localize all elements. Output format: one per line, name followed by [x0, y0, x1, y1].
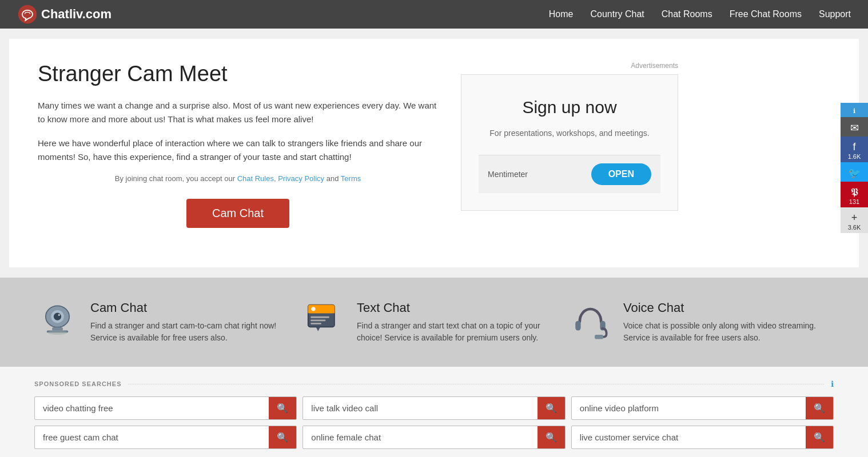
search-item-2: 🔍 [571, 396, 834, 420]
search-input-2[interactable] [572, 398, 806, 419]
social-twitter-btn[interactable]: 🐦 [841, 162, 868, 182]
headset-icon [567, 300, 613, 343]
feature-cam-chat-text: Cam Chat Find a stranger and start cam-t… [90, 300, 284, 344]
search-input-3[interactable] [35, 427, 269, 448]
main-section: Stranger Cam Meet Many times we want a c… [9, 39, 859, 267]
svg-rect-12 [310, 316, 329, 318]
sponsored-info-icon[interactable]: ℹ [831, 379, 834, 388]
search-btn-0[interactable]: 🔍 [269, 397, 296, 419]
ad-label: Advertisements [461, 62, 678, 70]
hero-para1: Many times we want a change and a surpri… [38, 99, 438, 126]
feature-text-chat: Text Chat Find a stranger and start text… [301, 295, 567, 350]
sponsored-label: SPONSORED SEARCHES [34, 380, 121, 387]
search-item-1: 🔍 [302, 396, 565, 420]
search-btn-4[interactable]: 🔍 [537, 426, 565, 448]
chat-rules-link[interactable]: Chat Rules [237, 174, 274, 183]
hero-content: Stranger Cam Meet Many times we want a c… [38, 62, 438, 239]
search-input-4[interactable] [303, 427, 537, 448]
svg-rect-18 [595, 335, 603, 339]
sponsored-section: SPONSORED SEARCHES ℹ 🔍 🔍 🔍 🔍 🔍 🔍 [0, 367, 868, 457]
terms-link[interactable]: Terms [341, 174, 361, 183]
main-nav: Home Country Chat Chat Rooms Free Chat R… [549, 9, 851, 19]
plus-count: 3.6K [848, 224, 861, 231]
nav-home[interactable]: Home [549, 9, 574, 19]
social-info-btn[interactable]: ℹ [841, 103, 868, 117]
feature-text-chat-text: Text Chat Find a stranger and start text… [357, 300, 550, 344]
svg-rect-10 [308, 311, 334, 314]
features-section: Cam Chat Find a stranger and start cam-t… [0, 278, 868, 367]
search-item-3: 🔍 [34, 426, 297, 449]
pinterest-icon: 𝕻 [841, 186, 868, 198]
svg-point-4 [58, 314, 60, 316]
svg-point-3 [53, 313, 61, 320]
social-email-btn[interactable]: ✉ [841, 117, 868, 137]
email-icon: ✉ [841, 122, 868, 134]
social-sidebar: ℹ ✉ f 1.6K 🐦 𝕻 131 + 3.6K [841, 103, 868, 233]
ad-signup-title: Sign up now [479, 98, 660, 117]
search-item-5: 🔍 [571, 426, 834, 449]
svg-marker-15 [316, 327, 320, 331]
ad-open-button[interactable]: OPEN [591, 163, 651, 185]
search-item-0: 🔍 [34, 396, 297, 420]
search-input-0[interactable] [35, 398, 269, 419]
feature-voice-chat-title: Voice Chat [623, 300, 817, 315]
svg-point-11 [311, 307, 315, 311]
facebook-count: 1.6K [848, 153, 861, 160]
logo-text: Chatliv.com [41, 7, 112, 22]
svg-rect-5 [52, 327, 63, 331]
feature-cam-chat-desc: Find a stranger and start cam-to-cam cha… [90, 320, 284, 344]
feature-cam-chat: Cam Chat Find a stranger and start cam-t… [34, 295, 301, 350]
hero-title: Stranger Cam Meet [38, 62, 438, 86]
pinterest-count: 131 [849, 198, 859, 205]
privacy-policy-link[interactable]: Privacy Policy [278, 174, 324, 183]
ad-signup-sub: For presentations, workshops, and meetin… [479, 129, 660, 138]
nav-free-chat-rooms[interactable]: Free Chat Rooms [730, 9, 802, 19]
feature-text-chat-title: Text Chat [357, 300, 550, 315]
feature-text-chat-desc: Find a stranger and start text chat on a… [357, 320, 550, 344]
sponsored-divider [128, 384, 824, 384]
nav-country-chat[interactable]: Country Chat [591, 9, 644, 19]
ad-box: Sign up now For presentations, workshops… [461, 74, 678, 211]
search-btn-5[interactable]: 🔍 [806, 426, 833, 448]
ad-section: Advertisements Sign up now For presentat… [461, 62, 678, 239]
search-btn-3[interactable]: 🔍 [269, 426, 296, 448]
plus-icon: + [841, 212, 868, 224]
feature-voice-chat-desc: Voice chat is possible only along with v… [623, 320, 817, 344]
search-btn-2[interactable]: 🔍 [806, 397, 833, 419]
social-facebook-btn[interactable]: f 1.6K [841, 137, 868, 162]
legal-text: By joining chat room, you accept our Cha… [38, 174, 438, 183]
cam-chat-button[interactable]: Cam Chat [186, 199, 289, 228]
message-icon [301, 300, 347, 338]
feature-voice-chat: Voice Chat Voice chat is possible only a… [567, 295, 834, 350]
webcam-icon [34, 300, 80, 343]
feature-voice-chat-text: Voice Chat Voice chat is possible only a… [623, 300, 817, 344]
ad-brand: Mentimeter [488, 170, 528, 179]
search-input-5[interactable] [572, 427, 806, 448]
hero-para2: Here we have wonderful place of interact… [38, 137, 438, 164]
svg-rect-13 [310, 319, 325, 321]
logo[interactable]: Chatliv.com [17, 4, 112, 25]
ad-footer: Mentimeter OPEN [479, 155, 660, 193]
feature-cam-chat-title: Cam Chat [90, 300, 284, 315]
nav-support[interactable]: Support [819, 9, 851, 19]
search-grid: 🔍 🔍 🔍 🔍 🔍 🔍 [34, 396, 834, 449]
social-plus-btn[interactable]: + 3.6K [841, 207, 868, 233]
svg-point-7 [47, 331, 67, 335]
facebook-icon: f [841, 141, 868, 153]
svg-rect-16 [575, 321, 580, 331]
social-pinterest-btn[interactable]: 𝕻 131 [841, 182, 868, 207]
sponsored-header: SPONSORED SEARCHES ℹ [34, 379, 834, 388]
nav-chat-rooms[interactable]: Chat Rooms [662, 9, 712, 19]
search-item-4: 🔍 [302, 426, 565, 449]
search-btn-1[interactable]: 🔍 [537, 397, 565, 419]
svg-point-0 [18, 5, 37, 23]
twitter-icon: 🐦 [841, 167, 868, 179]
svg-rect-14 [310, 323, 321, 324]
logo-icon [17, 4, 38, 25]
search-input-1[interactable] [303, 398, 537, 419]
